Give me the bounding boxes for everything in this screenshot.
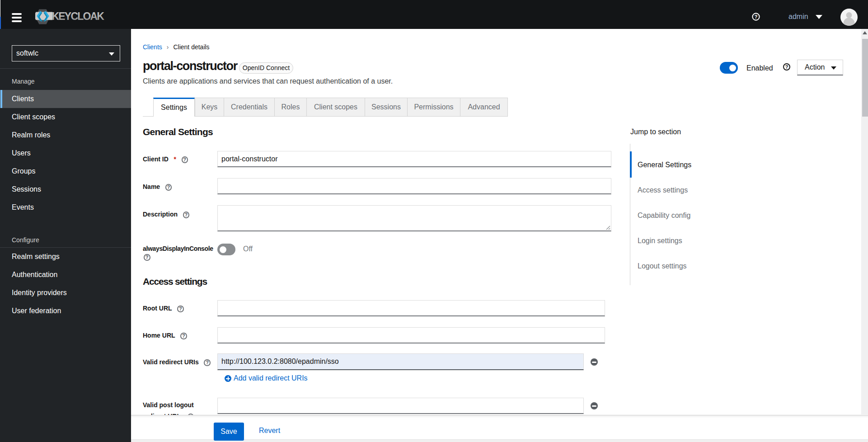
svg-text:?: ? (754, 14, 757, 19)
svg-text:KEYCLOAK: KEYCLOAK (52, 10, 105, 22)
